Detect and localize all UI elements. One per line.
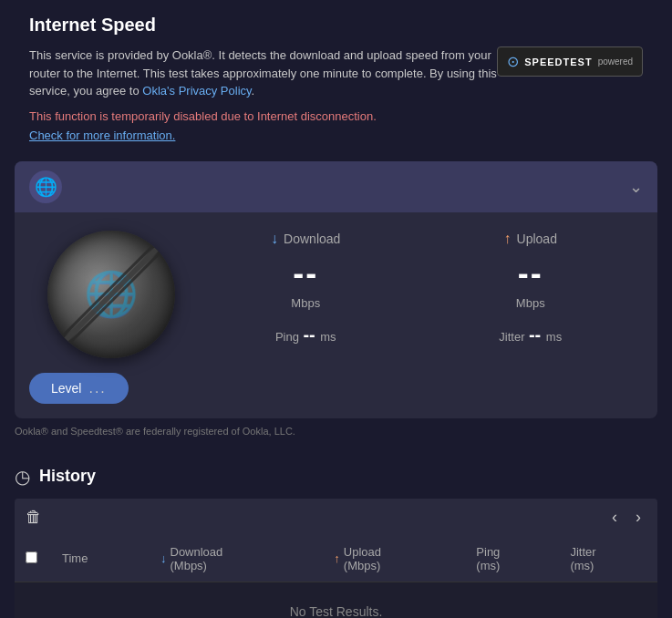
warning-text: This function is temporarily disabled du… xyxy=(29,109,643,123)
no-results-row: No Test Results. xyxy=(15,582,657,618)
no-results-cell: No Test Results. xyxy=(15,582,657,618)
trash-icon[interactable]: 🗑 xyxy=(26,508,42,527)
history-table-body: No Test Results. xyxy=(15,582,657,618)
metrics-area: ↓ Download -- Mbps ↑ Upload xyxy=(193,231,643,358)
history-table-head: Time ↓ Download(Mbps) ↑ Upload(Mbps) xyxy=(15,536,657,582)
download-header-text: Download(Mbps) xyxy=(171,545,223,572)
download-arrow-icon: ↓ xyxy=(271,231,278,247)
privacy-link[interactable]: Okla's Privacy Policy xyxy=(142,84,251,98)
description-body: This service is provided by Ookla®. It d… xyxy=(29,48,497,98)
ping-block: Ping -- ms xyxy=(193,324,419,345)
download-unit: Mbps xyxy=(193,296,419,310)
upload-value: -- xyxy=(419,254,644,293)
description-text: This service is provided by Ookla®. It d… xyxy=(29,46,497,100)
jitter-unit: ms xyxy=(546,330,562,344)
time-col-header: Time xyxy=(51,536,150,582)
download-block: ↓ Download -- Mbps xyxy=(193,231,419,310)
globe-slash xyxy=(64,247,158,341)
upload-header-text: Upload(Mbps) xyxy=(344,545,381,572)
upload-col-arrow-icon: ↑ xyxy=(334,551,340,565)
server-bar-left: 🌐 xyxy=(29,170,62,203)
chevron-down-icon[interactable]: ⌄ xyxy=(629,177,643,197)
download-col-arrow-icon: ↓ xyxy=(160,551,167,565)
server-globe-icon: 🌐 xyxy=(29,170,62,203)
globe-visual: 🌐 xyxy=(29,231,193,358)
upload-unit: Mbps xyxy=(419,296,644,310)
upload-arrow-icon: ↑ xyxy=(504,231,512,247)
server-bar[interactable]: 🌐 ⌄ xyxy=(15,161,657,212)
history-header-row: Time ↓ Download(Mbps) ↑ Upload(Mbps) xyxy=(15,536,657,582)
download-col-header: ↓ Download(Mbps) xyxy=(150,536,323,582)
speedtest-logo: ⊙ SPEEDTEST powered xyxy=(497,46,643,77)
speed-test-panel: 🌐 ⌄ 🌐 ↓ Download xyxy=(15,161,657,418)
speed-section: 🌐 ↓ Download -- Mbps xyxy=(15,212,657,373)
ping-col-label: Ping(ms) xyxy=(476,545,548,572)
level-bar: Level ... xyxy=(29,373,643,404)
level-dots-icon: ... xyxy=(88,380,106,397)
checkbox-col-header xyxy=(15,536,51,582)
previous-arrow-icon[interactable]: ‹ xyxy=(606,506,623,529)
description-row: This service is provided by Ookla®. It d… xyxy=(29,46,643,100)
upload-label: ↑ Upload xyxy=(419,231,644,247)
speedtest-logo-text: SPEEDTEST xyxy=(524,57,592,67)
speedtest-logo-sub: powered xyxy=(598,57,633,67)
jitter-block: Jitter -- ms xyxy=(419,324,644,345)
download-label-text: Download xyxy=(284,232,340,246)
ping-unit: ms xyxy=(320,330,336,344)
speedtest-circle-icon: ⊙ xyxy=(507,53,519,70)
ping-row: Ping -- ms Jitter -- ms xyxy=(193,324,643,345)
jitter-col-label: Jitter(ms) xyxy=(570,545,646,572)
history-title: History xyxy=(39,467,96,486)
jitter-label: Jitter xyxy=(499,330,524,344)
no-connection-globe: 🌐 xyxy=(47,231,175,358)
history-section: ◷ History 🗑 ‹ › Time xyxy=(15,466,657,619)
level-button-label: Level xyxy=(51,381,81,396)
page-title: Internet Speed xyxy=(29,15,643,36)
ping-label: Ping xyxy=(275,330,299,344)
next-arrow-icon[interactable]: › xyxy=(630,506,646,529)
jitter-header-text: Jitter(ms) xyxy=(570,545,595,572)
history-header: ◷ History xyxy=(15,466,657,499)
upload-label-text: Upload xyxy=(517,232,557,246)
jitter-col-header: Jitter(ms) xyxy=(559,536,657,582)
footer-note: Ookla® and Speedtest® are federally regi… xyxy=(15,418,657,451)
history-clock-icon: ◷ xyxy=(15,466,30,488)
ping-value: -- xyxy=(303,324,320,345)
jitter-value: -- xyxy=(529,324,546,345)
download-label: ↓ Download xyxy=(193,231,419,247)
check-link[interactable]: Check for more information. xyxy=(29,129,175,142)
nav-icons: ‹ › xyxy=(606,506,646,529)
time-header-text: Time xyxy=(62,551,88,565)
history-toolbar: 🗑 ‹ › xyxy=(15,499,657,536)
ping-header-text: Ping(ms) xyxy=(476,545,500,572)
upload-col-label: ↑ Upload(Mbps) xyxy=(334,545,454,572)
download-value: -- xyxy=(193,254,419,293)
level-button[interactable]: Level ... xyxy=(29,373,129,404)
upload-block: ↑ Upload -- Mbps xyxy=(419,231,644,310)
history-table: Time ↓ Download(Mbps) ↑ Upload(Mbps) xyxy=(15,536,657,619)
ping-col-header: Ping(ms) xyxy=(465,536,559,582)
speed-row: ↓ Download -- Mbps ↑ Upload xyxy=(193,231,643,310)
select-all-checkbox[interactable] xyxy=(26,551,37,563)
time-col-label: Time xyxy=(62,551,139,565)
download-col-label: ↓ Download(Mbps) xyxy=(160,545,312,572)
upload-col-header: ↑ Upload(Mbps) xyxy=(323,536,465,582)
